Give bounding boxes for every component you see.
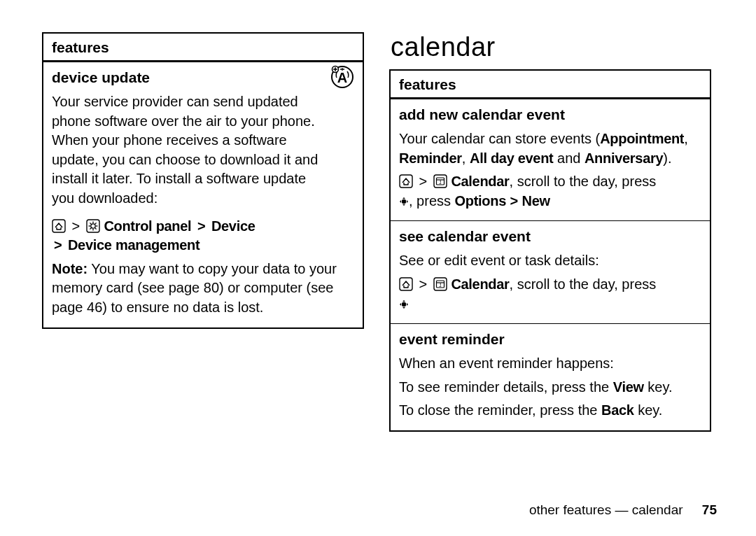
note-text: You may want to copy your data to your m… [52,261,337,315]
home-icon [399,174,413,188]
calendar-icon [433,277,447,291]
event-reminder-title: event reminder [399,330,701,350]
add-event-title: add new calendar event [399,105,701,125]
see-event-nav: > Calendar, scroll to the day, press [399,275,701,313]
nav-control-panel: Control panel [104,218,191,234]
nav-device-management: Device management [68,237,200,253]
see-event-title: see calendar event [399,227,701,247]
see-event-cell: see calendar event See or edit event or … [391,220,710,323]
add-event-desc: Your calendar can store events (Appointm… [399,129,701,168]
device-update-nav: > Control panel > Device > Device manage… [52,217,354,255]
nav-calendar: Calendar [451,276,509,292]
table-header-left: features [43,34,363,62]
device-update-note: Note: You may want to copy your data to … [52,260,354,318]
nav-device: Device [211,218,255,234]
add-event-nav: > Calendar, scroll to the day, press , p… [399,172,701,211]
footer-text: other features — calendar [529,502,683,517]
center-key-icon [399,197,409,206]
note-label: Note: [52,261,88,276]
reminder-line2: To see reminder details, press the View … [399,378,701,397]
see-event-desc: See or edit event or task details: [399,251,701,271]
add-event-cell: add new calendar event Your calendar can… [391,99,710,220]
device-update-cell: device update Your service provider can … [43,62,363,327]
device-update-title: device update [52,68,330,88]
device-update-desc: Your service provider can send updated p… [52,92,330,209]
reminder-line3: To close the reminder, press the Back ke… [399,401,701,421]
page-footer: other features — calendar 75 [529,502,717,518]
ota-antenna-icon [330,65,354,89]
manual-page: features device update Your service prov… [0,0,756,536]
calendar-icon [433,174,447,188]
right-features-table: features add new calendar event Your cal… [389,69,711,432]
left-column: features device update Your service prov… [42,32,364,515]
home-icon [52,219,66,233]
center-key-icon [399,299,409,309]
event-reminder-cell: event reminder When an event reminder ha… [391,323,710,430]
tools-icon [86,219,100,233]
home-icon [399,277,413,291]
table-header-right: features [391,71,710,99]
page-number: 75 [702,502,717,517]
section-heading-calendar: calendar [391,32,711,62]
left-features-table: features device update Your service prov… [42,32,364,329]
nav-calendar: Calendar [451,174,509,189]
right-column: calendar features add new calendar event… [389,32,711,515]
reminder-line1: When an event reminder happens: [399,354,701,374]
